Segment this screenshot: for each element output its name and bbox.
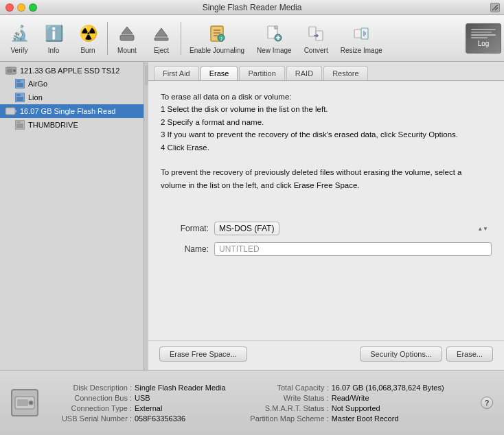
infobar-partition-row: Partition Map Scheme : Master Boot Recor… — [247, 414, 444, 423]
svg-rect-2 — [154, 38, 168, 40]
total-cap-val: 16.07 GB (16,068,378,624 Bytes) — [332, 384, 444, 392]
info-icon: ℹ️ — [43, 23, 65, 45]
toolbar-convert[interactable]: Convert — [299, 20, 334, 57]
journal-icon: J — [206, 23, 228, 45]
divider-handle — [145, 65, 148, 86]
sidebar-item-lion[interactable]: Lion — [0, 91, 144, 104]
toolbar-mount[interactable]: Mount — [111, 20, 144, 57]
toolbar-eject[interactable]: Eject — [145, 20, 178, 57]
tab-partition[interactable]: Partition — [239, 66, 284, 80]
format-label: Format: — [161, 224, 209, 233]
toolbar-resize-image[interactable]: Resize Image — [335, 20, 388, 57]
svg-rect-27 — [16, 80, 21, 82]
erase-free-space-button[interactable]: Erase Free Space... — [159, 346, 247, 362]
toolbar-info[interactable]: ℹ️ Info — [37, 20, 70, 57]
close-button[interactable] — [5, 3, 14, 12]
minimize-button[interactable] — [17, 3, 25, 12]
titlebar: Single Flash Reader Media — [0, 0, 504, 15]
partition-val: Master Boot Record — [332, 414, 399, 423]
name-row: Name: — [161, 242, 492, 256]
sidebar-item-thumbdrive[interactable]: THUMBDRIVE — [0, 118, 144, 132]
log-lines — [471, 29, 496, 38]
panel-footer: Erase Free Space... Security Options... … — [148, 340, 504, 370]
infobar: Disk Description : Single Flash Reader M… — [0, 370, 504, 435]
right-buttons: Security Options... Erase... — [360, 346, 493, 362]
toolbar-enable-journaling[interactable]: J Enable Journaling — [184, 20, 250, 57]
security-options-button[interactable]: Security Options... — [360, 346, 442, 362]
svg-point-24 — [13, 69, 16, 72]
erase-button[interactable]: Erase... — [446, 346, 493, 362]
format-select-wrapper: MS-DOS (FAT) ▲▼ — [214, 222, 492, 235]
burn-label: Burn — [80, 47, 95, 54]
conn-bus-val: USB — [135, 394, 150, 402]
infobar-usb-serial-row: USB Serial Number : 058F63356336 — [49, 414, 226, 423]
sidebar-item-label: THUMBDRIVE — [28, 121, 78, 129]
titlebar-buttons — [5, 3, 37, 12]
svg-marker-3 — [155, 28, 168, 36]
instruction-step2: 2 Specify a format and name. — [161, 116, 492, 128]
svg-rect-16 — [309, 27, 316, 36]
mount-label: Mount — [117, 47, 137, 54]
smart-key: S.M.A.R.T. Status : — [247, 404, 329, 412]
infobar-fields: Disk Description : Single Flash Reader M… — [49, 384, 444, 423]
svg-point-39 — [30, 402, 32, 404]
tab-erase[interactable]: Erase — [201, 66, 238, 80]
flash-drive-icon — [5, 106, 16, 116]
toolbar-log[interactable]: Log — [466, 23, 501, 54]
svg-rect-35 — [16, 121, 21, 123]
log-line-1 — [471, 29, 496, 30]
disk-desc-key: Disk Description : — [49, 384, 132, 392]
resize-image-icon — [350, 23, 372, 45]
tab-first-aid[interactable]: First Aid — [154, 66, 199, 80]
verify-icon: 🔬 — [8, 23, 30, 45]
svg-rect-26 — [16, 83, 23, 87]
main-content: 121.33 GB APPLE SSD TS12 AirGo Lion — [0, 62, 504, 370]
enable-journaling-label: Enable Journaling — [190, 47, 244, 54]
volume-icon-thumbdrive — [15, 120, 25, 130]
infobar-smart-row: S.M.A.R.T. Status : Not Supported — [247, 404, 444, 412]
tab-restore[interactable]: Restore — [323, 66, 368, 80]
toolbar-new-image[interactable]: New Image — [251, 20, 297, 57]
maximize-button[interactable] — [29, 3, 37, 12]
sidebar-item-label: 16.07 GB Single Flash Read — [20, 107, 115, 115]
sidebar-item-apple-ssd[interactable]: 121.33 GB APPLE SSD TS12 — [0, 64, 144, 77]
volume-icon-lion — [15, 93, 25, 102]
sidebar-item-airgo[interactable]: AirGo — [0, 77, 144, 91]
format-row: Format: MS-DOS (FAT) ▲▼ — [161, 222, 492, 235]
infobar-total-cap-row: Total Capacity : 16.07 GB (16,068,378,62… — [247, 384, 444, 392]
instruction-step1: 1 Select the disk or volume in the list … — [161, 103, 492, 115]
usb-serial-val: 058F63356336 — [135, 414, 185, 423]
instruction-extra1: To prevent the recovery of previously de… — [161, 166, 492, 178]
drive-icon — [5, 67, 16, 75]
infobar-disk-icon — [11, 389, 38, 416]
name-input[interactable] — [214, 242, 492, 256]
erase-panel: To erase all data on a disk or volume: 1… — [148, 81, 504, 340]
instructions: To erase all data on a disk or volume: 1… — [161, 91, 492, 191]
window-title: Single Flash Reader Media — [203, 3, 302, 12]
infobar-col-left: Disk Description : Single Flash Reader M… — [49, 384, 226, 423]
infobar-conn-type-row: Connection Type : External — [49, 404, 226, 412]
help-button[interactable]: ? — [481, 397, 493, 409]
total-cap-key: Total Capacity : — [247, 384, 329, 392]
sidebar-item-flash-reader[interactable]: 16.07 GB Single Flash Read — [0, 104, 144, 118]
instruction-title: To erase all data on a disk or volume: — [161, 91, 492, 103]
svg-rect-19 — [361, 28, 368, 39]
content-panel: First Aid Erase Partition RAID Restore T… — [148, 62, 504, 370]
log-line-4 — [471, 37, 488, 38]
svg-rect-29 — [16, 97, 23, 101]
convert-icon — [305, 23, 327, 45]
format-select[interactable]: MS-DOS (FAT) — [214, 222, 279, 235]
toolbar-separator-1 — [107, 22, 108, 55]
tab-raid[interactable]: RAID — [286, 66, 322, 80]
toolbar-verify[interactable]: 🔬 Verify — [3, 20, 36, 57]
write-status-val: Read/Write — [332, 394, 369, 402]
log-line-2 — [471, 32, 492, 33]
svg-text:J: J — [220, 36, 222, 40]
resize-image-label: Resize Image — [341, 47, 382, 54]
tab-bar: First Aid Erase Partition RAID Restore — [148, 62, 504, 81]
infobar-write-status-row: Write Status : Read/Write — [247, 394, 444, 402]
conn-type-key: Connection Type : — [49, 404, 132, 412]
toolbar-burn[interactable]: ☢️ Burn — [71, 20, 104, 57]
resize-handle[interactable] — [490, 3, 500, 12]
usb-serial-key: USB Serial Number : — [49, 414, 132, 423]
